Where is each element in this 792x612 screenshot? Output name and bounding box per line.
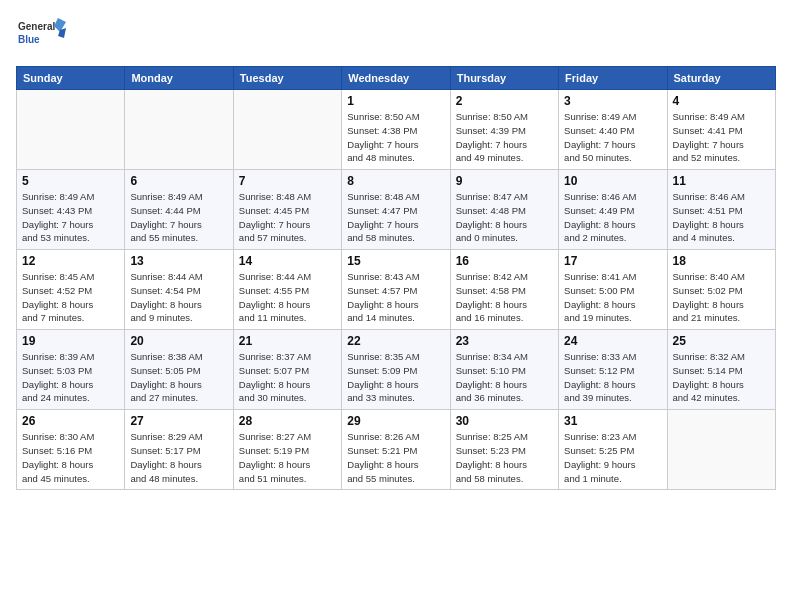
- day-header-saturday: Saturday: [667, 67, 775, 90]
- calendar-cell: 14Sunrise: 8:44 AM Sunset: 4:55 PM Dayli…: [233, 250, 341, 330]
- calendar-cell: 26Sunrise: 8:30 AM Sunset: 5:16 PM Dayli…: [17, 410, 125, 490]
- calendar-cell: 17Sunrise: 8:41 AM Sunset: 5:00 PM Dayli…: [559, 250, 667, 330]
- day-info: Sunrise: 8:44 AM Sunset: 4:55 PM Dayligh…: [239, 270, 336, 325]
- day-info: Sunrise: 8:37 AM Sunset: 5:07 PM Dayligh…: [239, 350, 336, 405]
- day-number: 18: [673, 254, 770, 268]
- day-number: 24: [564, 334, 661, 348]
- day-info: Sunrise: 8:23 AM Sunset: 5:25 PM Dayligh…: [564, 430, 661, 485]
- day-header-monday: Monday: [125, 67, 233, 90]
- day-info: Sunrise: 8:50 AM Sunset: 4:39 PM Dayligh…: [456, 110, 553, 165]
- day-number: 17: [564, 254, 661, 268]
- calendar-cell: 24Sunrise: 8:33 AM Sunset: 5:12 PM Dayli…: [559, 330, 667, 410]
- day-header-friday: Friday: [559, 67, 667, 90]
- calendar-week-row: 26Sunrise: 8:30 AM Sunset: 5:16 PM Dayli…: [17, 410, 776, 490]
- calendar-cell: [125, 90, 233, 170]
- day-number: 6: [130, 174, 227, 188]
- calendar-cell: 27Sunrise: 8:29 AM Sunset: 5:17 PM Dayli…: [125, 410, 233, 490]
- logo-svg: General Blue: [16, 16, 66, 56]
- day-number: 15: [347, 254, 444, 268]
- day-number: 3: [564, 94, 661, 108]
- day-info: Sunrise: 8:32 AM Sunset: 5:14 PM Dayligh…: [673, 350, 770, 405]
- day-number: 19: [22, 334, 119, 348]
- day-number: 4: [673, 94, 770, 108]
- day-info: Sunrise: 8:44 AM Sunset: 4:54 PM Dayligh…: [130, 270, 227, 325]
- calendar-cell: 20Sunrise: 8:38 AM Sunset: 5:05 PM Dayli…: [125, 330, 233, 410]
- day-number: 9: [456, 174, 553, 188]
- calendar-cell: 2Sunrise: 8:50 AM Sunset: 4:39 PM Daylig…: [450, 90, 558, 170]
- calendar-cell: [17, 90, 125, 170]
- day-info: Sunrise: 8:48 AM Sunset: 4:47 PM Dayligh…: [347, 190, 444, 245]
- day-info: Sunrise: 8:49 AM Sunset: 4:41 PM Dayligh…: [673, 110, 770, 165]
- day-header-wednesday: Wednesday: [342, 67, 450, 90]
- calendar-cell: 22Sunrise: 8:35 AM Sunset: 5:09 PM Dayli…: [342, 330, 450, 410]
- day-info: Sunrise: 8:26 AM Sunset: 5:21 PM Dayligh…: [347, 430, 444, 485]
- calendar-cell: 23Sunrise: 8:34 AM Sunset: 5:10 PM Dayli…: [450, 330, 558, 410]
- calendar-cell: 3Sunrise: 8:49 AM Sunset: 4:40 PM Daylig…: [559, 90, 667, 170]
- calendar-cell: 4Sunrise: 8:49 AM Sunset: 4:41 PM Daylig…: [667, 90, 775, 170]
- day-number: 31: [564, 414, 661, 428]
- calendar-cell: 10Sunrise: 8:46 AM Sunset: 4:49 PM Dayli…: [559, 170, 667, 250]
- day-info: Sunrise: 8:38 AM Sunset: 5:05 PM Dayligh…: [130, 350, 227, 405]
- day-number: 10: [564, 174, 661, 188]
- calendar-cell: 31Sunrise: 8:23 AM Sunset: 5:25 PM Dayli…: [559, 410, 667, 490]
- day-number: 22: [347, 334, 444, 348]
- calendar-cell: 19Sunrise: 8:39 AM Sunset: 5:03 PM Dayli…: [17, 330, 125, 410]
- day-number: 30: [456, 414, 553, 428]
- calendar-cell: 30Sunrise: 8:25 AM Sunset: 5:23 PM Dayli…: [450, 410, 558, 490]
- calendar-cell: 5Sunrise: 8:49 AM Sunset: 4:43 PM Daylig…: [17, 170, 125, 250]
- day-number: 8: [347, 174, 444, 188]
- calendar-week-row: 12Sunrise: 8:45 AM Sunset: 4:52 PM Dayli…: [17, 250, 776, 330]
- svg-text:General: General: [18, 21, 55, 32]
- calendar-cell: 1Sunrise: 8:50 AM Sunset: 4:38 PM Daylig…: [342, 90, 450, 170]
- day-info: Sunrise: 8:27 AM Sunset: 5:19 PM Dayligh…: [239, 430, 336, 485]
- calendar-cell: 18Sunrise: 8:40 AM Sunset: 5:02 PM Dayli…: [667, 250, 775, 330]
- calendar-cell: [667, 410, 775, 490]
- calendar-cell: 9Sunrise: 8:47 AM Sunset: 4:48 PM Daylig…: [450, 170, 558, 250]
- day-number: 7: [239, 174, 336, 188]
- day-number: 13: [130, 254, 227, 268]
- calendar-cell: 8Sunrise: 8:48 AM Sunset: 4:47 PM Daylig…: [342, 170, 450, 250]
- day-info: Sunrise: 8:49 AM Sunset: 4:43 PM Dayligh…: [22, 190, 119, 245]
- day-number: 28: [239, 414, 336, 428]
- day-info: Sunrise: 8:46 AM Sunset: 4:49 PM Dayligh…: [564, 190, 661, 245]
- calendar-week-row: 1Sunrise: 8:50 AM Sunset: 4:38 PM Daylig…: [17, 90, 776, 170]
- day-number: 23: [456, 334, 553, 348]
- day-info: Sunrise: 8:40 AM Sunset: 5:02 PM Dayligh…: [673, 270, 770, 325]
- calendar-cell: [233, 90, 341, 170]
- day-number: 1: [347, 94, 444, 108]
- calendar-cell: 28Sunrise: 8:27 AM Sunset: 5:19 PM Dayli…: [233, 410, 341, 490]
- logo: General Blue: [16, 16, 66, 56]
- day-info: Sunrise: 8:45 AM Sunset: 4:52 PM Dayligh…: [22, 270, 119, 325]
- day-number: 27: [130, 414, 227, 428]
- day-info: Sunrise: 8:49 AM Sunset: 4:40 PM Dayligh…: [564, 110, 661, 165]
- day-number: 2: [456, 94, 553, 108]
- day-number: 26: [22, 414, 119, 428]
- calendar-week-row: 5Sunrise: 8:49 AM Sunset: 4:43 PM Daylig…: [17, 170, 776, 250]
- day-info: Sunrise: 8:29 AM Sunset: 5:17 PM Dayligh…: [130, 430, 227, 485]
- day-info: Sunrise: 8:39 AM Sunset: 5:03 PM Dayligh…: [22, 350, 119, 405]
- day-info: Sunrise: 8:42 AM Sunset: 4:58 PM Dayligh…: [456, 270, 553, 325]
- day-info: Sunrise: 8:41 AM Sunset: 5:00 PM Dayligh…: [564, 270, 661, 325]
- day-number: 29: [347, 414, 444, 428]
- calendar-header-row: SundayMondayTuesdayWednesdayThursdayFrid…: [17, 67, 776, 90]
- day-info: Sunrise: 8:46 AM Sunset: 4:51 PM Dayligh…: [673, 190, 770, 245]
- day-number: 16: [456, 254, 553, 268]
- day-number: 11: [673, 174, 770, 188]
- calendar-cell: 25Sunrise: 8:32 AM Sunset: 5:14 PM Dayli…: [667, 330, 775, 410]
- day-header-tuesday: Tuesday: [233, 67, 341, 90]
- day-number: 20: [130, 334, 227, 348]
- calendar-cell: 13Sunrise: 8:44 AM Sunset: 4:54 PM Dayli…: [125, 250, 233, 330]
- calendar-cell: 29Sunrise: 8:26 AM Sunset: 5:21 PM Dayli…: [342, 410, 450, 490]
- day-number: 21: [239, 334, 336, 348]
- day-number: 5: [22, 174, 119, 188]
- day-info: Sunrise: 8:30 AM Sunset: 5:16 PM Dayligh…: [22, 430, 119, 485]
- calendar-cell: 16Sunrise: 8:42 AM Sunset: 4:58 PM Dayli…: [450, 250, 558, 330]
- svg-text:Blue: Blue: [18, 34, 40, 45]
- day-info: Sunrise: 8:43 AM Sunset: 4:57 PM Dayligh…: [347, 270, 444, 325]
- calendar-cell: 7Sunrise: 8:48 AM Sunset: 4:45 PM Daylig…: [233, 170, 341, 250]
- calendar-cell: 15Sunrise: 8:43 AM Sunset: 4:57 PM Dayli…: [342, 250, 450, 330]
- day-header-thursday: Thursday: [450, 67, 558, 90]
- calendar-cell: 12Sunrise: 8:45 AM Sunset: 4:52 PM Dayli…: [17, 250, 125, 330]
- calendar-cell: 21Sunrise: 8:37 AM Sunset: 5:07 PM Dayli…: [233, 330, 341, 410]
- page-header: General Blue: [16, 16, 776, 56]
